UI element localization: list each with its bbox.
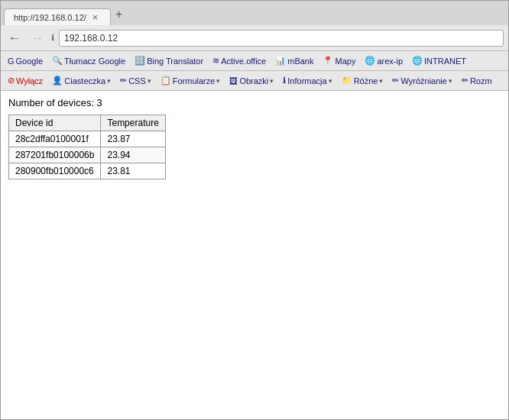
obrazki-arrow: ▾ bbox=[270, 77, 274, 85]
informacja-arrow: ▾ bbox=[329, 77, 332, 85]
col-header-temperature: Temperature bbox=[101, 115, 165, 131]
bookmark-css[interactable]: ✏ CSS ▾ bbox=[116, 74, 155, 87]
active-tab[interactable]: http://192.168.0.12/ × bbox=[4, 8, 111, 25]
bookmark-obrazki[interactable]: 🖼 Obrazki ▾ bbox=[225, 75, 277, 87]
page-content: Number of devices: 3 Device id Temperatu… bbox=[1, 91, 508, 419]
tab-bar: http://192.168.0.12/ × + bbox=[1, 1, 508, 25]
bookmark-wylacz[interactable]: ⊘ Wyłącz bbox=[4, 74, 47, 87]
bookmark-ciasteczka-label: Ciasteczka bbox=[64, 76, 105, 86]
arex-icon: 🌐 bbox=[365, 56, 375, 66]
ciasteczka-icon: 👤 bbox=[52, 76, 63, 86]
wylacz-icon: ⊘ bbox=[8, 76, 15, 86]
bookmark-rozne-label: Różne bbox=[354, 76, 378, 86]
bookmark-mbank-label: mBank bbox=[287, 57, 313, 66]
rozne-icon: 📁 bbox=[342, 76, 352, 86]
bookmark-informacja-label: Informacja bbox=[287, 76, 326, 86]
mapy-icon: 📍 bbox=[323, 56, 333, 66]
device-count: Number of devices: 3 bbox=[8, 97, 501, 108]
bookmark-wyrozniane-label: Wyróżnianie bbox=[400, 76, 446, 86]
bookmark-ciasteczka[interactable]: 👤 Ciasteczka ▾ bbox=[48, 74, 115, 87]
bookmark-tlumacz[interactable]: 🔍 Tłumacz Google bbox=[48, 54, 129, 67]
bookmark-active[interactable]: ≋ Active.office bbox=[209, 54, 270, 67]
mbank-icon: 📊 bbox=[275, 56, 286, 66]
bookmark-mbank[interactable]: 📊 mBank bbox=[271, 54, 317, 67]
bing-icon: 🔠 bbox=[135, 56, 145, 66]
forward-button[interactable]: → bbox=[28, 30, 47, 47]
css-icon: ✏ bbox=[120, 76, 127, 86]
bookmark-mapy-label: Mapy bbox=[335, 57, 355, 66]
bookmark-mapy[interactable]: 📍 Mapy bbox=[319, 54, 359, 67]
bookmark-intranet-label: INTRANET bbox=[424, 57, 466, 66]
bookmark-css-label: CSS bbox=[128, 76, 146, 86]
col-header-device-id: Device id bbox=[9, 115, 101, 131]
bookmark-rozm[interactable]: ✏ Rozm bbox=[458, 74, 496, 87]
bookmark-obrazki-label: Obrazki bbox=[239, 76, 268, 86]
formularze-arrow: ▾ bbox=[216, 77, 220, 85]
bookmarks-bar-2: ⊘ Wyłącz 👤 Ciasteczka ▾ ✏ CSS ▾ 📋 Formul… bbox=[1, 71, 508, 91]
ciasteczka-arrow: ▾ bbox=[107, 77, 111, 85]
wyrozniane-arrow: ▾ bbox=[449, 77, 452, 85]
cell-temperature: 23.81 bbox=[101, 163, 165, 179]
table-row: 287201fb0100006b23.94 bbox=[9, 147, 166, 163]
back-button[interactable]: ← bbox=[5, 30, 24, 47]
rozm-icon: ✏ bbox=[462, 76, 468, 86]
bookmark-rozne[interactable]: 📁 Różne ▾ bbox=[338, 74, 387, 87]
bookmark-google[interactable]: G Google bbox=[4, 55, 47, 67]
bookmark-intranet[interactable]: 🌐 INTRANET bbox=[408, 54, 470, 67]
informacja-icon: ℹ bbox=[283, 76, 286, 86]
devices-table: Device id Temperature 28c2dffa0100001f23… bbox=[8, 115, 166, 179]
table-row: 28c2dffa0100001f23.87 bbox=[9, 131, 166, 147]
cell-temperature: 23.94 bbox=[101, 147, 165, 163]
cell-device-id: 280900fb010000c6 bbox=[9, 163, 101, 179]
wyrozniane-icon: ✏ bbox=[392, 76, 399, 86]
formularze-icon: 📋 bbox=[160, 76, 171, 86]
bookmark-arex[interactable]: 🌐 arex-ip bbox=[361, 54, 407, 67]
bookmark-arex-label: arex-ip bbox=[377, 57, 403, 66]
bookmark-google-label: Google bbox=[16, 57, 43, 66]
tab-title: http://192.168.0.12/ bbox=[14, 13, 86, 22]
new-tab-button[interactable]: + bbox=[111, 6, 127, 23]
tlumacz-icon: 🔍 bbox=[52, 56, 63, 66]
bookmark-bing-label: Bing Translator bbox=[147, 57, 203, 66]
bookmark-bing[interactable]: 🔠 Bing Translator bbox=[131, 54, 207, 67]
bookmark-rozm-label: Rozm bbox=[470, 76, 492, 86]
info-icon: ℹ bbox=[51, 33, 54, 43]
tab-close-button[interactable]: × bbox=[92, 12, 99, 22]
bookmark-wylacz-label: Wyłącz bbox=[16, 76, 43, 86]
bookmark-formularze[interactable]: 📋 Formularze ▾ bbox=[157, 74, 225, 87]
table-row: 280900fb010000c623.81 bbox=[9, 163, 166, 179]
address-bar-row: ← → ℹ bbox=[1, 25, 508, 51]
bookmarks-bar-1: G Google 🔍 Tłumacz Google 🔠 Bing Transla… bbox=[1, 51, 508, 71]
css-arrow: ▾ bbox=[148, 77, 151, 85]
intranet-icon: 🌐 bbox=[412, 56, 423, 66]
bookmark-active-label: Active.office bbox=[221, 57, 266, 66]
cell-temperature: 23.87 bbox=[101, 131, 165, 147]
google-icon: G bbox=[8, 57, 15, 66]
cell-device-id: 28c2dffa0100001f bbox=[9, 131, 101, 147]
address-input[interactable] bbox=[59, 30, 504, 47]
cell-device-id: 287201fb0100006b bbox=[9, 147, 101, 163]
obrazki-icon: 🖼 bbox=[229, 76, 238, 86]
bookmark-wyrozniane[interactable]: ✏ Wyróżnianie ▾ bbox=[388, 74, 456, 87]
rozne-arrow: ▾ bbox=[379, 77, 383, 85]
browser-window: http://192.168.0.12/ × + ← → ℹ G Google … bbox=[0, 0, 509, 420]
active-icon: ≋ bbox=[212, 56, 219, 66]
bookmark-informacja[interactable]: ℹ Informacja ▾ bbox=[279, 74, 336, 87]
bookmark-formularze-label: Formularze bbox=[173, 76, 216, 86]
bookmark-tlumacz-label: Tłumacz Google bbox=[64, 57, 125, 66]
